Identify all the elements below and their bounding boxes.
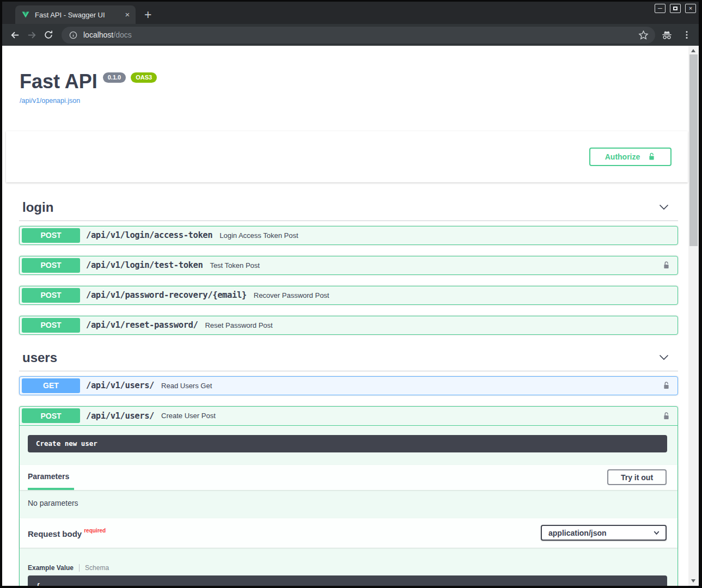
tab-close-icon[interactable]: × (123, 10, 132, 20)
page-viewport: Fast API 0.1.0 OAS3 /api/v1/openapi.json… (2, 46, 699, 586)
op-summary: Reset Password Post (205, 321, 272, 329)
op-summary: Test Token Post (210, 261, 260, 270)
method-badge: POST (22, 408, 80, 423)
page-scrollbar[interactable] (688, 46, 699, 586)
authorize-button[interactable]: Authorize (589, 148, 672, 166)
request-body-header: Request bodyrequired application/json (20, 518, 677, 548)
version-badge: 0.1.0 (103, 72, 126, 83)
url-host: localhost (83, 30, 113, 39)
maximize-icon (673, 7, 677, 10)
forward-icon (27, 30, 37, 40)
select-caret-icon (653, 529, 660, 536)
oas3-badge: OAS3 (131, 72, 157, 83)
browser-toolbar: localhost/docs (2, 24, 699, 46)
scrollbar-down-arrow-icon[interactable] (691, 579, 695, 583)
parameters-tab: Parameters (28, 465, 74, 490)
chevron-down-icon[interactable] (658, 352, 669, 363)
openapi-spec-link[interactable]: /api/v1/openapi.json (20, 97, 80, 105)
tag-section-users: users GET /api/v1/users/ Read Users Get (19, 346, 678, 586)
op-path: /api/v1/users/ (86, 411, 154, 421)
op-path: /api/v1/login/test-token (86, 260, 203, 270)
auth-lock-button[interactable] (662, 411, 670, 421)
api-badges: 0.1.0 OAS3 (103, 72, 157, 83)
new-tab-button[interactable]: + (144, 9, 151, 20)
unlocked-padlock-icon (662, 381, 670, 390)
op-row-login-access-token[interactable]: POST /api/v1/login/access-token Login Ac… (19, 226, 678, 245)
authorize-label: Authorize (605, 152, 640, 161)
op-summary: Read Users Get (161, 382, 212, 390)
tag-header-users[interactable]: users (19, 346, 678, 371)
method-badge: POST (22, 228, 80, 243)
toolbar-right (661, 29, 692, 41)
address-bar[interactable]: localhost/docs (62, 27, 655, 44)
method-badge: GET (22, 378, 80, 393)
tab-strip: Fast API - Swagger UI × + ─ × (2, 2, 699, 24)
tag-title: login (22, 199, 53, 215)
tag-header-login[interactable]: login (19, 195, 678, 221)
bookmark-star-icon[interactable] (638, 30, 649, 40)
menu-dots-icon[interactable] (682, 30, 692, 40)
unlocked-padlock-icon (662, 411, 670, 421)
browser-tab[interactable]: Fast API - Swagger UI × (15, 5, 136, 24)
scrollbar-up-arrow-icon[interactable] (691, 49, 695, 52)
op-block-create-user-expanded: POST /api/v1/users/ Create User Post Cre… (19, 406, 678, 586)
method-badge: POST (22, 258, 80, 273)
reload-icon (44, 30, 53, 40)
op-path: /api/v1/login/access-token (86, 230, 212, 240)
method-badge: POST (22, 318, 80, 333)
forward-button[interactable] (25, 28, 39, 42)
reload-button[interactable] (41, 28, 56, 42)
op-summary: Recover Password Post (254, 291, 329, 299)
required-flag: required (84, 528, 106, 534)
op-path: /api/v1/password-recovery/{email} (86, 290, 247, 300)
back-icon (10, 30, 20, 40)
example-schema-tabs: Example Value Schema (28, 564, 677, 572)
media-type-value: application/json (548, 529, 607, 537)
auth-lock-button[interactable] (662, 381, 670, 390)
window-controls: ─ × (655, 4, 696, 13)
op-row-password-recovery[interactable]: POST /api/v1/password-recovery/{email} R… (19, 286, 678, 305)
tag-section-login: login POST /api/v1/login/access-token Lo… (19, 195, 678, 335)
unlocked-padlock-icon (648, 152, 656, 161)
page-title: Fast API (20, 71, 97, 93)
op-summary: Login Access Token Post (219, 231, 298, 240)
operation-description: Create new user (28, 435, 667, 452)
back-button[interactable] (8, 28, 22, 42)
op-row-login-test-token[interactable]: POST /api/v1/login/test-token Test Token… (19, 256, 678, 275)
api-info: Fast API 0.1.0 OAS3 /api/v1/openapi.json (20, 71, 671, 105)
request-body-label: Request bodyrequired (28, 528, 106, 538)
swagger-page: Fast API 0.1.0 OAS3 /api/v1/openapi.json… (2, 46, 688, 586)
tab-schema[interactable]: Schema (85, 564, 109, 572)
example-code-block: { (28, 575, 667, 586)
scheme-container: Authorize (6, 131, 688, 182)
close-button[interactable]: × (685, 4, 696, 13)
media-type-select[interactable]: application/json (541, 525, 667, 541)
unlocked-padlock-icon (662, 260, 670, 270)
minimize-button[interactable]: ─ (655, 4, 666, 13)
op-summary: Create User Post (161, 412, 216, 420)
site-info-icon[interactable] (69, 30, 78, 40)
op-row-reset-password[interactable]: POST /api/v1/reset-password/ Reset Passw… (19, 316, 678, 335)
try-it-out-button[interactable]: Try it out (607, 469, 667, 485)
incognito-icon (661, 29, 673, 41)
url-path: /docs (113, 30, 131, 39)
auth-lock-button[interactable] (662, 260, 670, 270)
favicon-v-icon (21, 10, 30, 19)
chevron-down-icon[interactable] (658, 201, 669, 212)
tab-example-value[interactable]: Example Value (28, 564, 74, 572)
op-summary-row[interactable]: POST /api/v1/users/ Create User Post (20, 407, 677, 426)
op-row-read-users[interactable]: GET /api/v1/users/ Read Users Get (19, 376, 678, 395)
maximize-button[interactable] (670, 4, 681, 13)
browser-window: Fast API - Swagger UI × + ─ × localhost/… (2, 2, 699, 586)
scrollbar-thumb[interactable] (689, 54, 698, 246)
operations-sections: login POST /api/v1/login/access-token Lo… (19, 195, 678, 586)
tag-title: users (22, 350, 57, 365)
url-text: localhost/docs (83, 30, 638, 39)
method-badge: POST (22, 288, 80, 303)
tab-title: Fast API - Swagger UI (35, 11, 123, 19)
op-path: /api/v1/users/ (86, 381, 154, 390)
no-parameters-text: No parameters (20, 490, 677, 518)
tab-separator (79, 564, 80, 572)
parameters-header: Parameters Try it out (20, 465, 677, 490)
op-path: /api/v1/reset-password/ (86, 320, 198, 330)
